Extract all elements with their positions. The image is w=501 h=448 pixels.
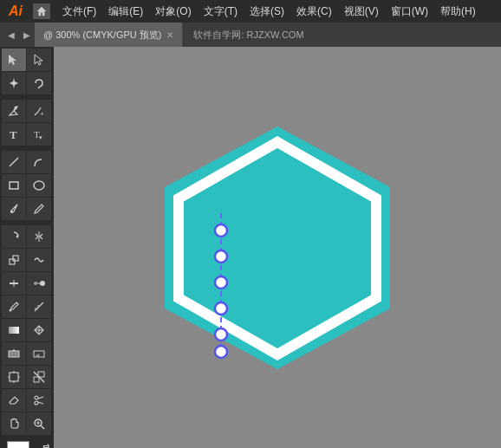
eraser-tool[interactable] bbox=[2, 389, 26, 412]
swap-colors-icon[interactable]: ⇄ bbox=[42, 442, 49, 448]
pencil-tool[interactable] bbox=[27, 198, 51, 220]
menu-select[interactable]: 选择(S) bbox=[244, 3, 290, 21]
svg-point-0 bbox=[15, 107, 17, 109]
text-tool[interactable]: T bbox=[2, 123, 26, 146]
zoom-tool[interactable] bbox=[27, 412, 51, 435]
mesh-tool[interactable] bbox=[27, 319, 51, 341]
tool-row-gradient bbox=[2, 319, 52, 341]
svg-line-5 bbox=[10, 158, 18, 166]
tab-document[interactable]: @ 300% (CMYK/GPU 预览) ✕ bbox=[35, 23, 183, 47]
slice-tool[interactable] bbox=[27, 366, 51, 388]
artboard-tool[interactable] bbox=[2, 366, 26, 388]
arc-tool[interactable] bbox=[27, 151, 51, 173]
tab-arrow-left[interactable]: ◀ bbox=[3, 23, 19, 47]
tab-close-button[interactable]: ✕ bbox=[166, 30, 173, 40]
live-paint-tool[interactable] bbox=[2, 342, 26, 365]
svg-point-16 bbox=[40, 281, 45, 286]
svg-line-19 bbox=[35, 302, 43, 311]
tab-label: @ 300% (CMYK/GPU 预览) bbox=[43, 29, 161, 42]
artboard bbox=[108, 79, 446, 417]
menu-view[interactable]: 视图(V) bbox=[339, 3, 384, 21]
svg-text:+: + bbox=[40, 110, 44, 118]
svg-rect-11 bbox=[10, 259, 15, 264]
tool-row-artboard bbox=[2, 366, 52, 388]
svg-rect-22 bbox=[9, 327, 19, 334]
svg-point-47 bbox=[215, 250, 227, 263]
tool-row-text: T T▾ bbox=[2, 123, 52, 146]
hexagon-artwork[interactable] bbox=[130, 109, 425, 386]
main-layout: + T T▾ bbox=[0, 47, 501, 448]
svg-marker-9 bbox=[16, 235, 18, 238]
menu-effect[interactable]: 效果(C) bbox=[291, 3, 337, 21]
menu-edit[interactable]: 编辑(E) bbox=[103, 3, 148, 21]
svg-point-49 bbox=[215, 302, 227, 315]
rect-tool[interactable] bbox=[2, 174, 26, 197]
svg-point-51 bbox=[215, 346, 227, 358]
tool-row-width bbox=[2, 272, 52, 295]
tool-row-eyedropper bbox=[2, 295, 52, 318]
tab-bar: ◀ ▶ @ 300% (CMYK/GPU 预览) ✕ 软件自学网: RJZXW.… bbox=[0, 23, 501, 47]
lasso-tool[interactable] bbox=[27, 72, 51, 94]
pen-tool[interactable] bbox=[2, 100, 26, 122]
tool-row-livepaint bbox=[2, 342, 52, 365]
blend-tool[interactable] bbox=[27, 272, 51, 295]
tool-row-line bbox=[2, 151, 52, 173]
tool-row-hand bbox=[2, 412, 52, 435]
tool-row-pen: + bbox=[2, 100, 52, 122]
svg-line-38 bbox=[38, 402, 43, 404]
tab-site-label: 软件自学网: RJZXW.COM bbox=[193, 29, 303, 42]
line-tool[interactable] bbox=[2, 151, 26, 173]
tool-row-scale bbox=[2, 249, 52, 271]
svg-text:▾: ▾ bbox=[39, 134, 42, 140]
ellipse-tool[interactable] bbox=[27, 174, 51, 197]
color-section: ⇄ ↩ bbox=[2, 436, 52, 448]
svg-point-46 bbox=[215, 224, 227, 237]
eyedropper-tool[interactable] bbox=[2, 295, 26, 318]
menu-bar: Ai 文件(F) 编辑(E) 对象(O) 文字(T) 选择(S) 效果(C) 视… bbox=[0, 0, 501, 23]
magic-wand-tool[interactable] bbox=[2, 72, 26, 94]
selection-tool[interactable] bbox=[2, 49, 26, 71]
add-anchor-tool[interactable]: + bbox=[27, 100, 51, 122]
svg-rect-12 bbox=[13, 256, 18, 261]
tool-row-eraser bbox=[2, 389, 52, 412]
svg-point-8 bbox=[10, 211, 13, 213]
svg-point-7 bbox=[34, 181, 44, 190]
home-icon[interactable] bbox=[33, 3, 50, 19]
gradient-tool[interactable] bbox=[2, 319, 26, 341]
svg-point-50 bbox=[215, 328, 227, 341]
svg-rect-34 bbox=[34, 377, 39, 382]
menu-text[interactable]: 文字(T) bbox=[198, 3, 243, 21]
measure-tool[interactable] bbox=[27, 295, 51, 318]
direct-select-tool[interactable] bbox=[27, 49, 51, 71]
scale-tool[interactable] bbox=[2, 249, 26, 271]
menu-help[interactable]: 帮助(H) bbox=[435, 3, 481, 21]
svg-point-36 bbox=[35, 401, 38, 405]
svg-rect-25 bbox=[9, 351, 19, 357]
svg-rect-6 bbox=[10, 182, 18, 189]
rotate-tool[interactable] bbox=[2, 225, 26, 248]
svg-line-37 bbox=[38, 397, 43, 399]
svg-line-40 bbox=[41, 425, 44, 429]
hand-tool[interactable] bbox=[2, 412, 26, 435]
width-tool[interactable] bbox=[2, 272, 26, 295]
foreground-color-swatch[interactable] bbox=[7, 441, 29, 448]
canvas-area bbox=[54, 47, 501, 448]
svg-point-48 bbox=[215, 276, 227, 289]
touch-type-tool[interactable]: T▾ bbox=[27, 123, 51, 146]
tool-row-brush bbox=[2, 198, 52, 220]
app-logo: Ai bbox=[3, 3, 28, 19]
brush-tool[interactable] bbox=[2, 198, 26, 220]
reflect-tool[interactable] bbox=[27, 225, 51, 248]
svg-point-18 bbox=[10, 309, 12, 312]
menu-file[interactable]: 文件(F) bbox=[57, 3, 101, 21]
live-paint-select-tool[interactable] bbox=[27, 342, 51, 365]
menu-window[interactable]: 窗口(W) bbox=[386, 3, 433, 21]
menu-object[interactable]: 对象(O) bbox=[150, 3, 196, 21]
scissors-tool[interactable] bbox=[27, 389, 51, 412]
tool-row-select bbox=[2, 49, 52, 71]
tab-arrow-right[interactable]: ▶ bbox=[19, 23, 35, 47]
svg-rect-27 bbox=[10, 373, 18, 381]
svg-point-35 bbox=[35, 396, 38, 399]
warp-tool[interactable] bbox=[27, 249, 51, 271]
tool-row-rotate bbox=[2, 225, 52, 248]
